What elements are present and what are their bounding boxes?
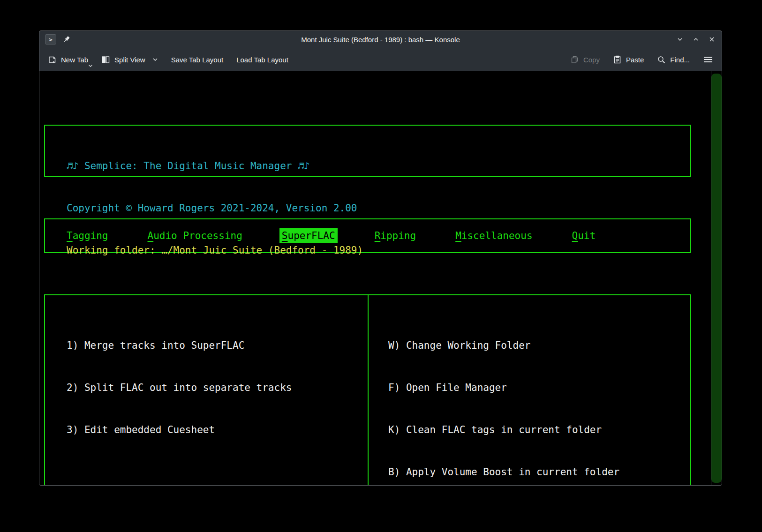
- split-view-label: Split View: [114, 56, 145, 64]
- option-clean-flac-tags[interactable]: K) Clean FLAC tags in current folder: [388, 423, 690, 437]
- split-view-button[interactable]: Split View: [101, 55, 158, 64]
- load-tab-layout-button[interactable]: Load Tab Layout: [236, 56, 288, 64]
- scrollbar-handle[interactable]: [711, 74, 722, 483]
- konsole-window: > Mont Juic Suite (Bedford - 1989) : bas…: [39, 30, 722, 486]
- copy-label: Copy: [583, 56, 600, 64]
- search-icon: [657, 55, 666, 64]
- semplice-tui: ♬♪ Semplice: The Digital Music Manager ♬…: [44, 82, 691, 486]
- superflac-options-panel: 1) Merge tracks into SuperFLAC 2) Split …: [45, 295, 369, 486]
- menu-tab-miscellaneous[interactable]: Miscellaneous: [455, 229, 532, 243]
- new-tab-button[interactable]: New Tab: [48, 55, 88, 64]
- option-change-working-folder[interactable]: W) Change Working Folder: [388, 338, 690, 352]
- maximize-button[interactable]: [692, 35, 700, 44]
- chevron-down-icon: [676, 36, 684, 43]
- minimize-button[interactable]: [676, 35, 684, 44]
- save-tab-layout-button[interactable]: Save Tab Layout: [171, 56, 223, 64]
- titlebar: > Mont Juic Suite (Bedford - 1989) : bas…: [39, 31, 722, 48]
- option-merge-tracks[interactable]: 1) Merge tracks into SuperFLAC: [67, 338, 368, 352]
- copy-button[interactable]: Copy: [570, 55, 600, 64]
- app-title-line: ♬♪ Semplice: The Digital Music Manager ♬…: [67, 159, 690, 173]
- copyright-line: Copyright © Howard Rogers 2021-2024, Ver…: [67, 201, 690, 215]
- window-controls: [676, 35, 716, 44]
- paste-label: Paste: [626, 56, 644, 64]
- new-tab-label: New Tab: [61, 56, 88, 64]
- menu-tab-tagging[interactable]: Tagging: [67, 229, 108, 243]
- hamburger-icon: [703, 55, 713, 64]
- window-title: Mont Juic Suite (Bedford - 1989) : bash …: [39, 36, 722, 44]
- menu-tab-superflac[interactable]: SuperFLAC: [279, 228, 338, 243]
- close-button[interactable]: [708, 35, 716, 44]
- option-edit-cuesheet[interactable]: 3) Edit embedded Cuesheet: [67, 423, 368, 437]
- tui-header-box: ♬♪ Semplice: The Digital Music Manager ♬…: [44, 125, 691, 177]
- option-open-file-manager[interactable]: F) Open File Manager: [388, 381, 690, 395]
- menu-button[interactable]: [703, 55, 713, 64]
- terminal-viewport[interactable]: ♬♪ Semplice: The Digital Music Manager ♬…: [39, 71, 711, 485]
- close-icon: [708, 36, 716, 43]
- menu-tab-quit[interactable]: Quit: [572, 229, 596, 243]
- new-tab-dropdown-caret[interactable]: [88, 61, 93, 69]
- konsole-app-icon[interactable]: >: [45, 34, 56, 45]
- copy-icon: [570, 55, 579, 64]
- chevron-down-icon: [152, 58, 158, 61]
- load-tab-layout-label: Load Tab Layout: [236, 56, 288, 64]
- find-label: Find...: [670, 56, 690, 64]
- tui-main-box: 1) Merge tracks into SuperFLAC 2) Split …: [44, 294, 691, 486]
- terminal-area: ♬♪ Semplice: The Digital Music Manager ♬…: [39, 71, 722, 485]
- find-button[interactable]: Find...: [657, 55, 690, 64]
- paste-icon: [613, 55, 622, 64]
- global-options-panel: W) Change Working Folder F) Open File Ma…: [369, 295, 690, 486]
- pin-icon[interactable]: [63, 36, 70, 43]
- save-tab-layout-label: Save Tab Layout: [171, 56, 223, 64]
- scrollbar-track[interactable]: [711, 71, 722, 485]
- menu-tab-audio-processing[interactable]: Audio Processing: [148, 229, 242, 243]
- prompt-glyph: >: [49, 36, 53, 43]
- option-apply-volume-boost[interactable]: B) Apply Volume Boost in current folder: [388, 465, 690, 479]
- option-split-flac[interactable]: 2) Split FLAC out into separate tracks: [67, 381, 368, 395]
- new-tab-icon: [48, 55, 57, 64]
- split-view-icon: [101, 55, 110, 64]
- menu-tab-ripping[interactable]: Ripping: [375, 229, 416, 243]
- toolbar: New Tab Split View Save Tab Layout Load …: [39, 48, 722, 71]
- paste-button[interactable]: Paste: [613, 55, 644, 64]
- chevron-up-icon: [692, 36, 700, 43]
